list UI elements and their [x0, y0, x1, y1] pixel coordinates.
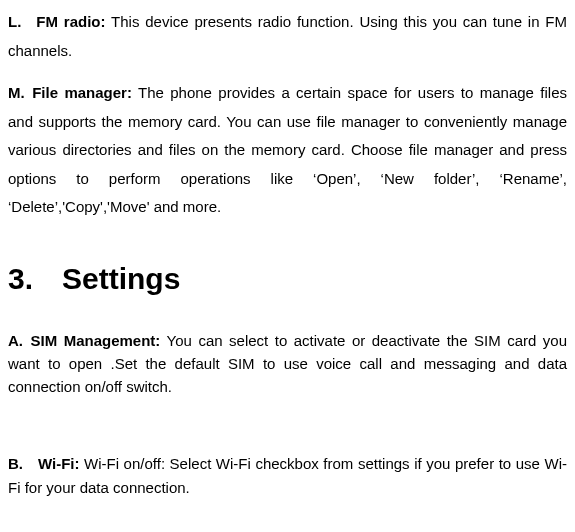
section-m: M. File manager: The phone provides a ce… — [8, 79, 567, 222]
chapter-heading: 3.Settings — [8, 250, 567, 307]
section-a: A. SIM Management: You can select to act… — [8, 329, 567, 399]
section-l: L. FM radio: This device presents radio … — [8, 8, 567, 65]
section-b-label: B. Wi-Fi: — [8, 455, 80, 472]
section-b: B. Wi-Fi: Wi-Fi on/off: Select Wi-Fi che… — [8, 452, 567, 499]
section-l-label: L. FM radio: — [8, 13, 105, 30]
spacer — [8, 412, 567, 452]
section-a-label: A. SIM Management — [8, 332, 155, 349]
chapter-number: 3. — [8, 250, 62, 307]
section-m-text: The phone provides a certain space for u… — [8, 84, 567, 215]
section-m-label: M. File manager: — [8, 84, 132, 101]
chapter-title: Settings — [62, 262, 180, 295]
section-b-text: Wi-Fi on/off: Select Wi-Fi checkbox from… — [8, 455, 567, 495]
